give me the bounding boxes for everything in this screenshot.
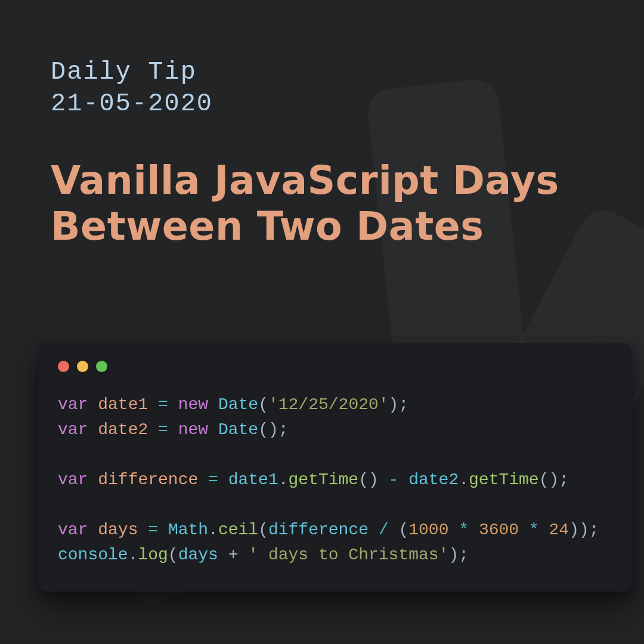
code-block: var date1 = new Date('12/25/2020'); var … [58, 392, 613, 568]
window-zoom-icon [96, 361, 107, 372]
window-close-icon [58, 361, 69, 372]
eyebrow: Daily Tip 21-05-2020 [51, 57, 593, 119]
window-minimize-icon [77, 361, 88, 372]
page-title: Vanilla JavaScript Days Between Two Date… [51, 158, 593, 249]
code-window: var date1 = new Date('12/25/2020'); var … [39, 343, 632, 592]
window-traffic-lights [58, 361, 613, 372]
eyebrow-line-2: 21-05-2020 [51, 88, 593, 120]
eyebrow-line-1: Daily Tip [51, 57, 593, 88]
